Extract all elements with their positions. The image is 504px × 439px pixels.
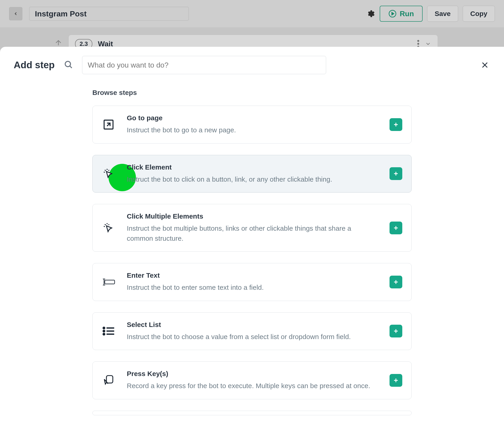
arrow-out-icon [102, 119, 115, 131]
close-icon [481, 61, 489, 69]
plus-icon [393, 171, 399, 177]
card-title: Select List [127, 321, 378, 329]
back-button[interactable] [9, 7, 22, 20]
card-desc: Record a key press for the bot to execut… [127, 381, 378, 391]
card-desc: Instruct the bot multiple buttons, links… [127, 223, 378, 243]
workflow-title-input[interactable] [29, 7, 189, 21]
plus-icon [393, 122, 399, 128]
card-desc: Instruct the bot to click on a button, l… [127, 174, 378, 184]
step-card-press-keys[interactable]: Press Key(s) Record a key press for the … [92, 361, 412, 399]
add-step-button[interactable] [390, 325, 402, 338]
card-title: Press Key(s) [127, 370, 378, 378]
add-step-button[interactable] [390, 118, 402, 131]
card-text: Enter Text Instruct the bot to enter som… [127, 271, 378, 293]
copy-button[interactable]: Copy [463, 6, 495, 22]
step-card-click-multiple[interactable]: Click Multiple Elements Instruct the bot… [92, 204, 412, 252]
svg-point-6 [65, 61, 71, 67]
step-browse-column: Browse steps Go to page Instruct the bot… [92, 89, 412, 415]
text-field-icon [102, 278, 115, 287]
close-button[interactable] [479, 60, 490, 71]
svg-point-4 [417, 43, 420, 45]
step-card-go-to-page[interactable]: Go to page Instruct the bot to go to a n… [92, 106, 412, 144]
plus-icon [393, 377, 399, 384]
list-icon [102, 326, 115, 336]
browse-steps-label: Browse steps [92, 89, 412, 97]
arrow-up-icon [54, 39, 62, 47]
step-row-actions [417, 40, 431, 48]
plus-icon [393, 279, 399, 285]
more-vertical-icon[interactable] [417, 40, 420, 48]
svg-point-3 [417, 40, 420, 42]
chevron-down-icon[interactable] [425, 41, 431, 47]
keypress-icon [102, 374, 115, 387]
svg-marker-1 [392, 12, 394, 15]
run-button[interactable]: Run [380, 6, 423, 22]
card-desc: Instruct the bot to enter some text into… [127, 282, 378, 293]
click-icon [102, 167, 115, 180]
gear-icon [366, 9, 375, 18]
svg-line-7 [70, 66, 72, 68]
step-card-select-list[interactable]: Select List Instruct the bot to choose a… [92, 312, 412, 350]
click-icon [102, 221, 115, 234]
topbar: Run Save Copy [0, 0, 504, 27]
card-desc: Instruct the bot to choose a value from … [127, 332, 378, 342]
add-step-button[interactable] [390, 276, 402, 288]
run-button-label: Run [400, 10, 414, 18]
card-text: Click Multiple Elements Instruct the bot… [127, 212, 378, 243]
step-card-enter-text[interactable]: Enter Text Instruct the bot to enter som… [92, 263, 412, 301]
add-step-button[interactable] [390, 221, 402, 234]
card-title: Click Multiple Elements [127, 212, 378, 220]
reorder-up-button[interactable] [54, 39, 63, 48]
card-text: Select List Instruct the bot to choose a… [127, 321, 378, 342]
plus-icon [393, 225, 399, 231]
step-card-click-element[interactable]: Click Element Instruct the bot to click … [92, 155, 412, 193]
svg-rect-32 [107, 376, 113, 383]
search-icon [64, 60, 73, 70]
settings-button[interactable] [365, 9, 375, 19]
card-title: Click Element [127, 163, 378, 171]
add-step-modal: Add step Browse steps Go to page Instruc… [0, 47, 504, 439]
save-button[interactable]: Save [427, 6, 458, 22]
svg-point-24 [103, 327, 105, 329]
topbar-actions: Run Save Copy [365, 6, 495, 22]
plus-icon [393, 328, 399, 334]
card-desc: Instruct the bot to go to a new page. [127, 125, 378, 135]
card-text: Go to page Instruct the bot to go to a n… [127, 114, 378, 135]
chevron-left-icon [13, 11, 18, 16]
card-text: Press Key(s) Record a key press for the … [127, 370, 378, 391]
add-step-button[interactable] [390, 167, 402, 180]
svg-point-28 [103, 333, 105, 335]
card-title: Enter Text [127, 271, 378, 279]
step-card-partial[interactable] [92, 411, 412, 415]
modal-title: Add step [14, 60, 55, 71]
search-input[interactable] [82, 56, 326, 74]
play-circle-icon [388, 10, 396, 18]
card-text: Click Element Instruct the bot to click … [127, 163, 378, 184]
svg-point-26 [103, 330, 105, 332]
add-step-button[interactable] [390, 374, 402, 387]
svg-rect-18 [105, 280, 114, 284]
modal-header: Add step [14, 56, 490, 74]
card-title: Go to page [127, 114, 378, 122]
